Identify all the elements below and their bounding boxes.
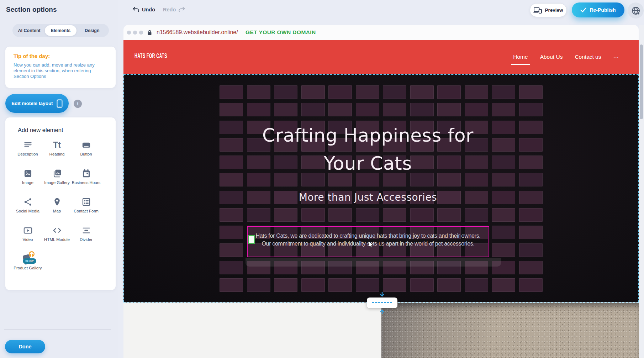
mobile-phone-icon (57, 99, 63, 108)
add-element-contact-form[interactable]: Contact Form (72, 196, 101, 225)
add-element-product-gallery[interactable]: SHOPProduct Gallery (13, 253, 42, 282)
page-title: Section options (6, 6, 57, 14)
undo-label: Undo (142, 7, 155, 12)
add-element-social-media[interactable]: Social Media (13, 196, 42, 225)
add-element-label: Button (80, 152, 92, 157)
add-element-map[interactable]: Map (42, 196, 72, 225)
redo-label: Redo (163, 7, 176, 12)
hero-heading-line2: Your Cats (123, 149, 612, 178)
add-element-label: Video (22, 237, 33, 242)
add-element-divider[interactable]: Divider (72, 225, 101, 253)
tip-title: Tip of the day: (14, 53, 50, 59)
undo-icon (132, 6, 139, 13)
add-element-title: Add new element (18, 127, 63, 133)
hero-content: Crafting Happiness for Your Cats More th… (123, 74, 612, 302)
tab-ai-content[interactable]: AI Content (14, 25, 45, 36)
button-icon (81, 139, 91, 150)
add-element-grid: DescriptionTtHeadingButtonImageImage Gal… (13, 139, 108, 282)
site-logo[interactable]: HATS FOR CATS (134, 52, 167, 60)
site-nav: HomeAbout UsContact us··· (513, 40, 619, 74)
tip-card: Tip of the day: Now you can add, move an… (5, 47, 116, 88)
republish-label: Re-Publish (590, 7, 616, 13)
nav-item-contact-us[interactable]: Contact us (575, 54, 601, 60)
section-resize-handle[interactable] (367, 298, 397, 308)
add-element-label: HTML Module (44, 237, 70, 242)
check-icon (580, 7, 586, 12)
preview-button[interactable]: Preview (530, 3, 567, 17)
map-icon (52, 196, 62, 207)
next-section-white-block (123, 303, 381, 358)
add-element-button[interactable]: Button (72, 139, 101, 168)
paragraph-hover-strip (246, 258, 501, 267)
add-element-html-module[interactable]: HTML Module (42, 225, 72, 253)
tab-design[interactable]: Design (76, 25, 108, 36)
add-element-label: Divider (80, 237, 93, 242)
heading-icon: Tt (52, 139, 62, 150)
nav-item-home[interactable]: Home (513, 54, 528, 60)
done-button[interactable]: Done (5, 340, 45, 353)
edit-mobile-layout-button[interactable]: Edit mobile layout (5, 94, 69, 113)
hero-heading-line1: Crafting Happiness for (123, 121, 612, 149)
tab-elements[interactable]: Elements (45, 25, 76, 36)
add-element-label: Image (22, 180, 33, 185)
divider-icon (81, 225, 91, 236)
product-gallery-icon: SHOP (22, 253, 33, 264)
redo-button[interactable]: Redo (163, 6, 185, 13)
video-icon (22, 225, 33, 236)
resize-dash-icon (372, 302, 392, 303)
globe-language-button[interactable] (628, 2, 644, 19)
arrow-down-icon (379, 292, 385, 297)
republish-button[interactable]: Re-Publish (572, 2, 624, 17)
scrollbar-thumb[interactable] (640, 44, 643, 119)
edit-mobile-layout-label: Edit mobile layout (11, 101, 53, 106)
site-url[interactable]: n1566589.websitebuilder.online/ (157, 29, 238, 36)
hero-paragraph-line1: Hats for Cats, we are dedicated to craft… (248, 232, 489, 240)
preview-label: Preview (545, 7, 563, 13)
info-icon[interactable]: i (74, 100, 82, 108)
canvas-scrollbar (639, 25, 644, 358)
add-element-video[interactable]: Video (13, 225, 42, 253)
add-element-heading[interactable]: TtHeading (42, 139, 72, 168)
hero-heading[interactable]: Crafting Happiness for Your Cats (123, 121, 612, 178)
redo-icon (178, 6, 185, 13)
business-hours-icon (81, 168, 91, 179)
element-drag-handle[interactable] (248, 235, 255, 244)
site-canvas: HATS FOR CATS HomeAbout UsContact us··· … (123, 40, 639, 358)
tip-body: Now you can add, move and resize any ele… (14, 62, 106, 79)
html-module-icon (52, 225, 62, 236)
upgrade-arrow-icon (29, 251, 35, 257)
add-element-label: Map (53, 209, 61, 214)
social-media-icon (22, 196, 33, 207)
contact-form-icon (81, 196, 91, 207)
nav-item-about-us[interactable]: About Us (540, 54, 563, 60)
next-section-gravel-image (381, 303, 639, 358)
mouse-cursor (368, 241, 374, 248)
add-element-label: Business Hours (72, 180, 101, 185)
sidebar-divider (4, 330, 111, 330)
add-element-image-gallery[interactable]: Image Gallery (42, 168, 72, 196)
hero-subheading[interactable]: More than Just Accessories (123, 191, 612, 203)
image-icon (22, 168, 33, 179)
nav-item-item[interactable]: ··· (613, 54, 619, 60)
image-gallery-icon (52, 168, 62, 179)
add-element-label: Product Gallery (14, 266, 42, 270)
get-domain-link[interactable]: GET YOUR OWN DOMAIN (246, 29, 316, 36)
add-element-business-hours[interactable]: Business Hours (72, 168, 101, 196)
add-element-image[interactable]: Image (13, 168, 42, 196)
panel-tabbar: AI ContentElementsDesign (12, 24, 109, 37)
hero-section[interactable]: Crafting Happiness for Your Cats More th… (123, 74, 639, 302)
shop-badge: SHOP (23, 258, 36, 264)
lock-icon (147, 30, 152, 36)
add-element-label: Social Media (16, 209, 39, 214)
site-header: HATS FOR CATS HomeAbout UsContact us··· (123, 40, 639, 74)
section-options-panel: Section options AI ContentElementsDesign… (0, 0, 118, 358)
add-element-label: Heading (49, 152, 65, 157)
add-element-description[interactable]: Description (13, 139, 42, 168)
undo-button[interactable]: Undo (132, 6, 155, 13)
browser-chrome-bar: n1566589.websitebuilder.online/ GET YOUR… (123, 25, 639, 40)
add-element-label: Image Gallery (44, 180, 70, 185)
app-root: Section options AI ContentElementsDesign… (0, 0, 644, 358)
arrow-up-icon (379, 309, 385, 314)
description-icon (22, 139, 33, 150)
add-element-card: Add new element DescriptionTtHeadingButt… (5, 117, 116, 290)
